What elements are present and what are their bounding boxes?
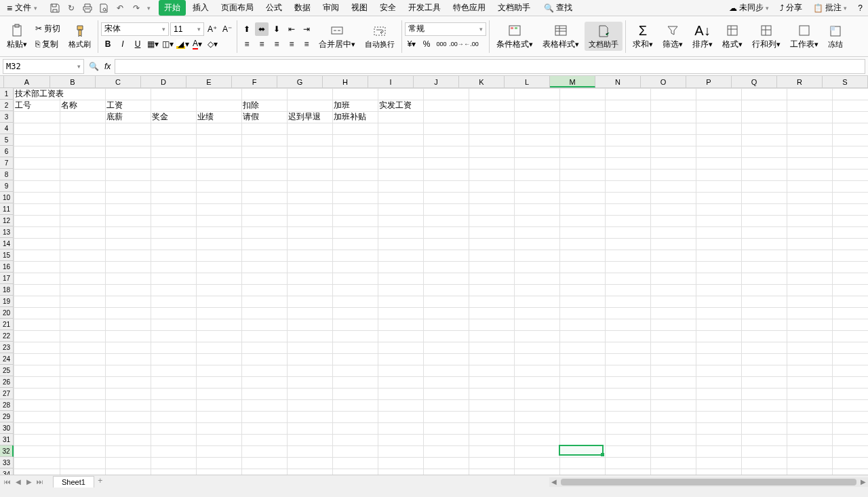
increase-font-button[interactable]: A⁺ xyxy=(205,22,219,36)
column-header[interactable]: S xyxy=(823,76,868,87)
cell[interactable]: 迟到早退 xyxy=(287,111,332,123)
paste-button[interactable]: 粘贴▾ xyxy=(3,21,31,52)
cell[interactable]: 请假 xyxy=(241,111,287,123)
row-header[interactable]: 28 xyxy=(0,399,14,411)
row-header[interactable]: 31 xyxy=(0,434,14,445)
row-header[interactable]: 12 xyxy=(0,215,14,226)
cell[interactable]: 底薪 xyxy=(105,111,151,123)
prev-sheet-button[interactable]: ◀ xyxy=(14,477,23,487)
search-button[interactable]: 🔍 查找 xyxy=(541,1,575,15)
fx-icon[interactable]: fx xyxy=(104,62,111,71)
align-middle-button[interactable]: ⬌ xyxy=(255,22,269,36)
file-menu[interactable]: ≡ 文件 ▾ xyxy=(3,0,41,16)
cell[interactable]: 工资 xyxy=(105,100,151,111)
decrease-font-button[interactable]: A⁻ xyxy=(220,22,234,36)
row-header[interactable]: 21 xyxy=(0,319,14,330)
row-header[interactable]: 6 xyxy=(0,146,14,157)
column-header[interactable]: I xyxy=(368,76,414,87)
next-sheet-button[interactable]: ▶ xyxy=(24,477,34,487)
tab-pagelayout[interactable]: 页面布局 xyxy=(216,0,259,16)
row-header[interactable]: 16 xyxy=(0,261,14,273)
decrease-decimal-button[interactable]: ←.00 xyxy=(465,37,478,51)
row-header[interactable]: 25 xyxy=(0,365,14,376)
column-header[interactable]: B xyxy=(50,76,96,87)
column-header[interactable]: R xyxy=(777,76,823,87)
wrap-text-button[interactable]: 自动换行 xyxy=(361,22,399,51)
add-sheet-button[interactable]: + xyxy=(94,476,106,488)
column-header[interactable]: Q xyxy=(732,76,777,87)
clear-button[interactable]: ◇▾ xyxy=(205,37,219,51)
align-right-button[interactable]: ≡ xyxy=(270,37,283,51)
row-header[interactable]: 34 xyxy=(0,469,14,475)
column-header[interactable]: P xyxy=(686,76,732,87)
help-button[interactable]: ? xyxy=(855,2,865,14)
align-center-button[interactable]: ≡ xyxy=(255,37,269,51)
percent-button[interactable]: % xyxy=(420,37,433,51)
sync-button[interactable]: ☁ 未同步 ▾ xyxy=(726,1,772,15)
preview-icon[interactable] xyxy=(98,3,109,14)
row-header[interactable]: 8 xyxy=(0,169,14,180)
align-left-button[interactable]: ≡ xyxy=(240,37,254,51)
column-header[interactable]: E xyxy=(186,76,232,87)
column-header[interactable]: N xyxy=(595,76,641,87)
cell[interactable]: 业绩 xyxy=(196,111,241,123)
fill-color-button[interactable]: ◢▾ xyxy=(176,37,189,51)
column-header[interactable]: H xyxy=(323,76,368,87)
row-header[interactable]: 17 xyxy=(0,273,14,284)
cell-style-button[interactable]: ◫▾ xyxy=(161,37,174,51)
distribute-button[interactable]: ≡ xyxy=(300,37,313,51)
align-top-button[interactable]: ⬆ xyxy=(240,22,254,36)
border-button[interactable]: ▦▾ xyxy=(146,37,159,51)
sort-button[interactable]: A↓ 排序▾ xyxy=(688,21,717,52)
freeze-button[interactable]: 冻结 xyxy=(824,22,847,51)
refresh-icon[interactable]: ↻ xyxy=(66,3,77,14)
italic-button[interactable]: I xyxy=(116,37,130,51)
row-header[interactable]: 18 xyxy=(0,284,14,296)
column-header[interactable]: A xyxy=(4,76,50,87)
formula-input[interactable] xyxy=(115,59,865,74)
increase-indent-button[interactable]: ⇥ xyxy=(300,22,313,36)
font-name-combo[interactable]: 宋体▾ xyxy=(101,22,169,36)
comment-button[interactable]: 📋 批注 ▾ xyxy=(810,1,850,15)
scroll-left-icon[interactable]: ◀ xyxy=(549,477,558,487)
row-header[interactable]: 24 xyxy=(0,353,14,365)
table-style-button[interactable]: 表格样式▾ xyxy=(538,21,583,52)
font-size-combo[interactable]: 11▾ xyxy=(170,22,204,36)
row-header[interactable]: 19 xyxy=(0,296,14,307)
tab-security[interactable]: 安全 xyxy=(374,0,401,16)
undo-icon[interactable]: ↶ xyxy=(115,3,125,14)
decrease-indent-button[interactable]: ⇤ xyxy=(285,22,298,36)
merge-center-button[interactable]: 合并居中▾ xyxy=(315,21,359,52)
underline-button[interactable]: U xyxy=(131,37,144,51)
horizontal-scrollbar[interactable]: ◀ ▶ xyxy=(549,477,868,487)
share-button[interactable]: ⤴ 分享 xyxy=(777,1,805,15)
tab-start[interactable]: 开始 xyxy=(159,0,186,16)
row-header[interactable]: 4 xyxy=(0,123,14,134)
cell[interactable]: 奖金 xyxy=(151,111,196,123)
name-box[interactable]: M32 ▾ xyxy=(3,59,84,74)
increase-decimal-button[interactable]: .00→ xyxy=(450,37,463,51)
print-icon[interactable] xyxy=(82,3,93,14)
comma-button[interactable]: 000 xyxy=(435,37,448,51)
cells-area[interactable]: 技术部工资表工号名称工资扣除加班实发工资底薪奖金业绩请假迟到早退加班补贴 xyxy=(14,88,868,475)
sheet-tab[interactable]: Sheet1 xyxy=(53,476,94,488)
row-header[interactable]: 14 xyxy=(0,238,14,250)
row-header[interactable]: 23 xyxy=(0,342,14,353)
row-header[interactable]: 5 xyxy=(0,134,14,146)
number-format-combo[interactable]: 常规▾ xyxy=(405,22,486,36)
format-button[interactable]: 格式▾ xyxy=(718,21,747,52)
tab-devtools[interactable]: 开发工具 xyxy=(403,0,446,16)
last-sheet-button[interactable]: ⏭ xyxy=(35,477,45,487)
cell[interactable]: 实发工资 xyxy=(378,100,423,111)
sheet-button[interactable]: 工作表▾ xyxy=(786,21,823,52)
row-header[interactable]: 10 xyxy=(0,192,14,203)
format-painter-button[interactable]: 格式刷 xyxy=(64,22,95,51)
tab-review[interactable]: 审阅 xyxy=(317,0,344,16)
column-header[interactable]: D xyxy=(141,76,186,87)
align-bottom-button[interactable]: ⬇ xyxy=(270,22,283,36)
rowcol-button[interactable]: 行和列▾ xyxy=(748,21,785,52)
column-header[interactable]: M xyxy=(550,76,595,87)
row-header[interactable]: 20 xyxy=(0,307,14,319)
copy-button[interactable]: ⎘复制 xyxy=(33,37,63,52)
row-header[interactable]: 33 xyxy=(0,457,14,469)
